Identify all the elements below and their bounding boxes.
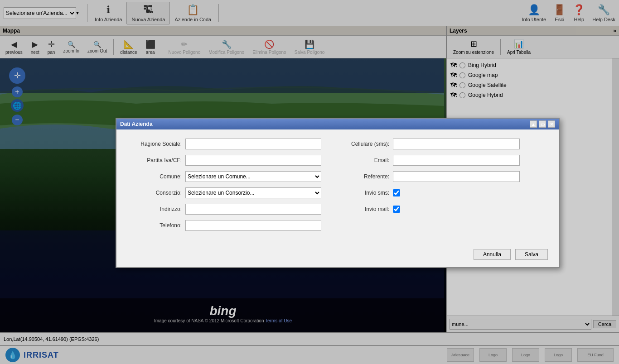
dialog-minimize-button[interactable]: ▲ <box>530 120 537 128</box>
dialog-buttons: Annulla Salva <box>116 245 559 267</box>
cellulare-label: Cellulare (sms): <box>335 141 389 147</box>
form-row-1: Ragione Sociale: Cellulare (sms): <box>127 139 548 149</box>
ragione-sociale-group: Ragione Sociale: <box>127 139 321 149</box>
ragione-sociale-label: Ragione Sociale: <box>127 141 182 147</box>
comune-select[interactable]: Selezionare un Comune... <box>185 171 321 182</box>
invio-sms-label: Invio sms: <box>335 190 389 196</box>
modal-overlay: Dati Azienda ▲ ▭ ✕ Ragione Sociale: <box>0 0 619 364</box>
invio-sms-group: Invio sms: <box>335 189 400 196</box>
cellulare-input[interactable] <box>393 139 520 149</box>
dialog-content: Ragione Sociale: Cellulare (sms): Partit… <box>116 129 559 245</box>
dialog-restore-button[interactable]: ▭ <box>539 120 546 128</box>
invio-mail-group: Invio mail: <box>335 206 400 213</box>
indirizzo-input[interactable] <box>185 204 321 215</box>
dialog-close-button[interactable]: ✕ <box>548 120 555 128</box>
telefono-label: Telefono: <box>127 222 182 229</box>
email-group: Email: <box>335 155 520 166</box>
indirizzo-label: Indirizzo: <box>127 206 182 212</box>
invio-sms-checkbox[interactable] <box>393 189 400 196</box>
cellulare-group: Cellulare (sms): <box>335 139 520 149</box>
consorzio-select[interactable]: Selezionare un Consorzio... <box>185 187 321 198</box>
comune-label: Comune: <box>127 173 182 180</box>
email-input[interactable] <box>393 155 520 166</box>
indirizzo-group: Indirizzo: <box>127 204 321 215</box>
dialog-controls: ▲ ▭ ✕ <box>530 120 555 128</box>
ragione-sociale-input[interactable] <box>185 139 321 149</box>
salva-label: Salva <box>525 251 538 258</box>
telefono-group: Telefono: <box>127 220 321 231</box>
partita-iva-input[interactable] <box>185 155 321 166</box>
form-row-3: Comune: Selezionare un Comune... Referen… <box>127 171 548 182</box>
salva-button[interactable]: Salva <box>515 249 548 260</box>
invio-mail-checkbox[interactable] <box>393 206 400 213</box>
consorzio-group: Consorzio: Selezionare un Consorzio... <box>127 187 321 198</box>
consorzio-label: Consorzio: <box>127 190 182 196</box>
referente-group: Referente: <box>335 171 520 182</box>
dati-azienda-dialog: Dati Azienda ▲ ▭ ✕ Ragione Sociale: <box>116 118 560 268</box>
annulla-button[interactable]: Annulla <box>474 249 511 260</box>
referente-label: Referente: <box>335 173 389 180</box>
comune-group: Comune: Selezionare un Comune... <box>127 171 321 182</box>
form-row-2: Partita Iva/CF: Email: <box>127 155 548 166</box>
invio-mail-label: Invio mail: <box>335 206 389 212</box>
partita-iva-label: Partita Iva/CF: <box>127 157 182 163</box>
form-row-5: Indirizzo: Invio mail: <box>127 204 548 215</box>
telefono-input[interactable] <box>185 220 321 231</box>
form-row-6: Telefono: <box>127 220 548 231</box>
partita-iva-group: Partita Iva/CF: <box>127 155 321 166</box>
annulla-label: Annulla <box>483 251 501 258</box>
dialog-titlebar: Dati Azienda ▲ ▭ ✕ <box>116 119 559 129</box>
form-row-4: Consorzio: Selezionare un Consorzio... I… <box>127 187 548 198</box>
dialog-title: Dati Azienda <box>120 121 153 127</box>
email-label: Email: <box>335 157 389 163</box>
referente-input[interactable] <box>393 171 520 182</box>
